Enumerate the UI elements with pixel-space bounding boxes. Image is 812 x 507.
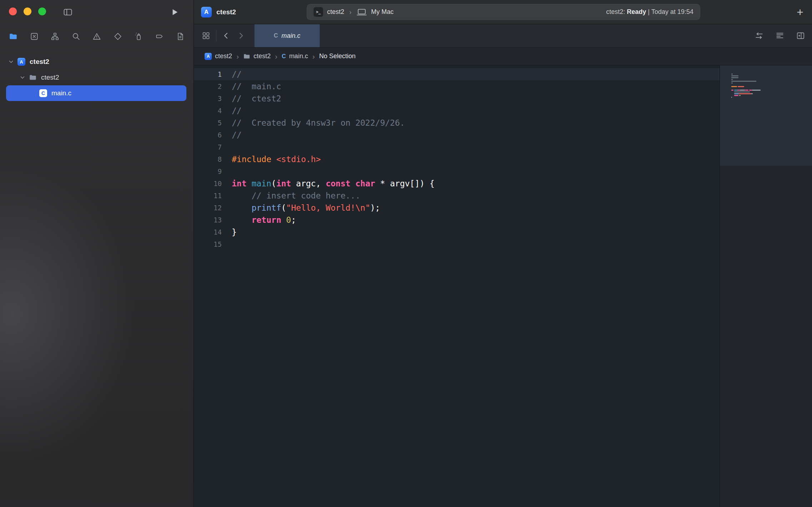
debug-navigator-button[interactable] xyxy=(132,30,145,42)
go-back-button[interactable] xyxy=(222,31,231,40)
minimap-segment xyxy=(731,79,733,80)
code-token xyxy=(271,155,276,164)
toggle-sidebar-button[interactable] xyxy=(63,7,73,17)
code-line[interactable]: 12 printf("Hello, World!\n"); xyxy=(194,202,720,214)
line-number[interactable]: 5 xyxy=(194,119,222,127)
run-button[interactable] xyxy=(170,7,179,17)
line-number[interactable]: 11 xyxy=(194,192,222,200)
code-token: char xyxy=(355,179,375,188)
code-line[interactable]: 5// Created by 4nsw3r on 2022/9/26. xyxy=(194,117,720,129)
code-line[interactable]: 2// main.c xyxy=(194,80,720,92)
line-number[interactable]: 2 xyxy=(194,82,222,90)
scheme-selector[interactable]: >_ ctest2 › My Mac xyxy=(314,7,394,17)
symbol-navigator-button[interactable] xyxy=(49,30,61,42)
chevron-separator: › xyxy=(312,52,315,61)
minimap-line xyxy=(731,99,761,100)
code-line[interactable]: 10int main(int argc, const char * argv[]… xyxy=(194,177,720,190)
sidebar-icon xyxy=(63,7,73,17)
tab-main-c[interactable]: C main.c xyxy=(254,24,320,47)
code-line[interactable]: 3// ctest2 xyxy=(194,92,720,105)
spray-can-icon xyxy=(134,32,143,41)
jumpbar-file[interactable]: C main.c xyxy=(282,52,308,60)
code-text: } xyxy=(222,227,237,237)
tab-overview-button[interactable] xyxy=(202,31,210,40)
minimap[interactable] xyxy=(720,65,812,507)
jumpbar-group[interactable]: ctest2 xyxy=(243,52,271,60)
code-text: // xyxy=(222,106,242,115)
line-number[interactable]: 1 xyxy=(194,70,222,78)
project-navigator-button[interactable] xyxy=(7,30,19,42)
line-number[interactable]: 4 xyxy=(194,107,222,115)
line-number[interactable]: 8 xyxy=(194,155,222,163)
line-number[interactable]: 6 xyxy=(194,131,222,139)
run-destination-label[interactable]: My Mac xyxy=(371,8,394,16)
tree-row-main-c[interactable]: C main.c xyxy=(6,85,186,101)
code-line[interactable]: 1// xyxy=(194,68,720,80)
code-line[interactable]: 7 xyxy=(194,141,720,153)
library-add-button[interactable]: + xyxy=(797,6,803,18)
minimap-line xyxy=(731,93,761,94)
code-token: int xyxy=(232,179,247,188)
breakpoint-navigator-button[interactable] xyxy=(154,30,166,42)
source-control-navigator-button[interactable] xyxy=(28,30,40,42)
traffic-lights xyxy=(9,7,46,15)
code-token: argc, xyxy=(291,179,326,188)
code-token: // Created by 4nsw3r on 2022/9/26. xyxy=(232,118,405,127)
code-line[interactable]: 8#include <stdio.h> xyxy=(194,153,720,165)
line-number[interactable]: 7 xyxy=(194,143,222,151)
find-navigator-button[interactable] xyxy=(70,30,82,42)
test-navigator-button[interactable] xyxy=(112,30,124,42)
scheme-project-label[interactable]: ctest2 xyxy=(327,8,344,16)
breakpoint-tag-icon xyxy=(155,32,164,41)
lines-icon xyxy=(775,31,785,40)
code-line[interactable]: 11 // insert code here... xyxy=(194,190,720,202)
zoom-button[interactable] xyxy=(38,7,46,15)
line-number[interactable]: 12 xyxy=(194,204,222,212)
line-number[interactable]: 9 xyxy=(194,167,222,175)
minimap-line xyxy=(731,81,761,82)
disclosure-chevron-icon[interactable] xyxy=(19,74,26,81)
tree-row-project[interactable]: A ctest2 xyxy=(0,54,194,70)
code-review-button[interactable] xyxy=(755,31,764,40)
line-number[interactable]: 10 xyxy=(194,180,222,187)
tab-controls xyxy=(194,24,245,47)
tree-row-group[interactable]: ctest2 xyxy=(0,70,194,85)
code-token: // ctest2 xyxy=(232,94,281,103)
jumpbar-selection-label: No Selection xyxy=(319,52,356,60)
c-file-type-icon: C xyxy=(274,32,278,39)
go-forward-button[interactable] xyxy=(236,31,245,40)
code-rows[interactable]: 1//2// main.c3// ctest24//5// Created by… xyxy=(194,65,720,507)
line-number[interactable]: 15 xyxy=(194,240,222,248)
tree-file-label: main.c xyxy=(51,89,71,97)
tree-group-label: ctest2 xyxy=(41,74,59,81)
minimize-button[interactable] xyxy=(24,7,31,15)
editor-actions xyxy=(755,24,812,47)
minimap-line xyxy=(731,95,761,96)
close-button[interactable] xyxy=(9,7,17,15)
jumpbar-project[interactable]: A ctest2 xyxy=(205,52,232,60)
disclosure-chevron-icon[interactable] xyxy=(8,59,14,65)
issue-navigator-button[interactable] xyxy=(91,30,103,42)
code-token: // xyxy=(232,106,242,115)
code-line[interactable]: 6// xyxy=(194,129,720,141)
jump-bar: A ctest2 › ctest2 › C main.c › No Select… xyxy=(194,47,812,65)
jumpbar-group-label: ctest2 xyxy=(254,52,271,60)
toolbar: A ctest2 >_ ctest2 › My Mac ctest2: Read… xyxy=(194,0,812,24)
report-navigator-button[interactable] xyxy=(174,30,186,42)
line-number[interactable]: 13 xyxy=(194,216,222,224)
code-line[interactable]: 14} xyxy=(194,226,720,238)
code-line[interactable]: 15 xyxy=(194,238,720,250)
line-number[interactable]: 3 xyxy=(194,95,222,102)
add-editor-button[interactable] xyxy=(796,31,805,40)
minimap-segment xyxy=(734,90,737,91)
jumpbar-selection[interactable]: No Selection xyxy=(319,52,356,60)
line-number[interactable]: 14 xyxy=(194,228,222,236)
tab-label: main.c xyxy=(281,32,300,40)
divider xyxy=(216,30,216,41)
code-line[interactable]: 4// xyxy=(194,105,720,117)
editor-options-button[interactable] xyxy=(775,31,785,40)
tree-project-label: ctest2 xyxy=(30,58,49,66)
code-line[interactable]: 9 xyxy=(194,165,720,177)
code-token: return xyxy=(251,215,281,225)
code-line[interactable]: 13 return 0; xyxy=(194,214,720,226)
